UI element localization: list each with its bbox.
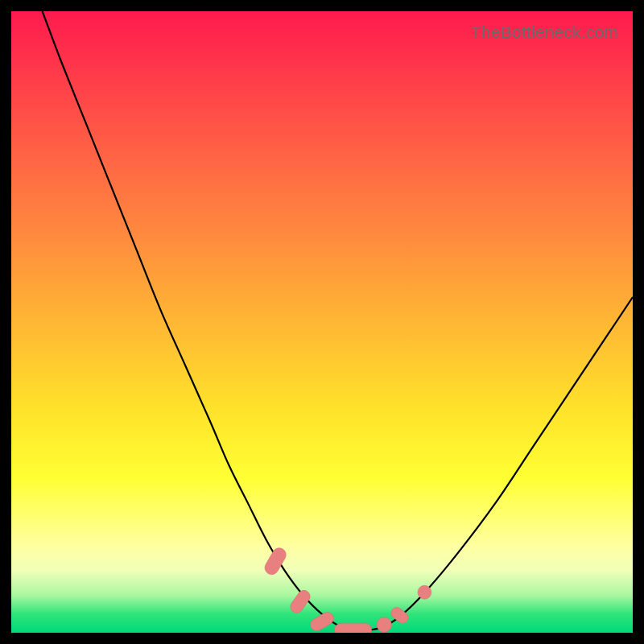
watermark-text: TheBottleneck.com <box>471 23 618 42</box>
curve-marker <box>418 585 431 599</box>
curve-markers <box>262 546 431 633</box>
curve-marker <box>262 546 288 577</box>
chart-frame: TheBottleneck.com <box>0 0 644 644</box>
curve-marker <box>377 617 392 633</box>
chart-plot-area: TheBottleneck.com <box>11 11 633 633</box>
bottleneck-curve-svg <box>11 11 633 633</box>
bottleneck-curve-path <box>43 11 633 630</box>
curve-marker <box>334 623 371 633</box>
